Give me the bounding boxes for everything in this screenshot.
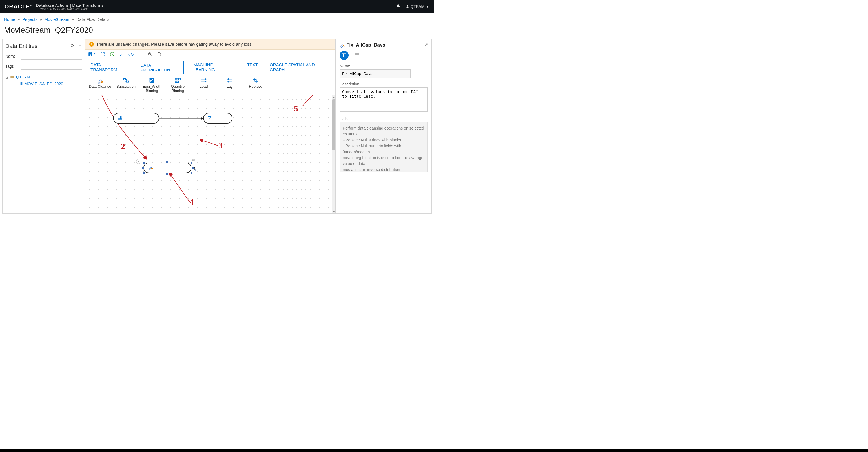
replace-icon <box>243 77 269 84</box>
svg-line-31 <box>201 140 218 146</box>
resize-handle[interactable] <box>166 161 168 163</box>
svg-line-35 <box>302 95 321 106</box>
lead-icon <box>191 77 217 84</box>
comp-label: Data Cleanse <box>87 84 113 89</box>
filter-node[interactable] <box>203 113 232 123</box>
zoom-in-icon[interactable] <box>148 52 152 57</box>
annotation-4: 4 <box>190 197 194 206</box>
component-quantile[interactable]: Quantile Binning <box>165 77 191 93</box>
warning-text: There are unsaved changes. Please save b… <box>96 42 251 47</box>
svg-rect-37 <box>118 116 122 119</box>
scroll-up-icon[interactable]: ▴ <box>332 95 335 98</box>
component-data-cleanse[interactable]: Data Cleanse <box>87 77 113 93</box>
resize-handle[interactable] <box>166 173 168 175</box>
data-entities-title: Data Entities <box>5 43 37 49</box>
product-title-block: Database Actions | Data Transforms Power… <box>36 3 103 10</box>
breadcrumb-current: Data Flow Details <box>76 17 110 22</box>
component-lead[interactable]: Lead <box>191 77 217 93</box>
annotation-5: 5 <box>294 104 298 113</box>
comp-label: Lag <box>217 84 243 89</box>
dataflow-canvas[interactable]: × ▦ ↘ 1 2 3 4 5 ▴ ▾ <box>85 95 335 213</box>
properties-panel: ⤢ Fix_AllCap_Days Name Description Help … <box>336 39 431 213</box>
tab-spatial-graph[interactable]: ORACLE SPATIAL AND GRAPH <box>268 61 333 74</box>
name-filter-input[interactable] <box>21 53 82 59</box>
resize-handle[interactable] <box>143 162 145 164</box>
tree-root[interactable]: ◢ QTEAM <box>5 74 82 80</box>
data-cleanse-icon <box>87 77 113 84</box>
tree-root-label[interactable]: QTEAM <box>16 75 30 79</box>
notifications-icon[interactable] <box>396 4 400 9</box>
svg-rect-21 <box>177 79 179 80</box>
component-equi-width[interactable]: Equi_Width Binning <box>139 77 165 93</box>
svg-rect-17 <box>124 79 126 80</box>
tab-machine-learning[interactable]: MACHINE LEARNING <box>191 61 237 74</box>
app-header: ORACLE® Database Actions | Data Transfor… <box>0 0 434 13</box>
warning-icon: ! <box>89 42 94 47</box>
svg-marker-30 <box>143 155 147 160</box>
substitution-icon <box>113 77 139 84</box>
tree-item[interactable]: MOVIE_SALES_2020 <box>5 80 82 87</box>
resize-handle[interactable] <box>143 172 145 174</box>
delete-node-icon[interactable]: × <box>136 159 141 164</box>
scroll-down-icon[interactable]: ▾ <box>332 210 335 213</box>
code-icon[interactable]: </> <box>128 52 134 57</box>
lag-icon <box>217 77 243 84</box>
breadcrumb-projects[interactable]: Projects <box>22 17 37 22</box>
comp-label: Equi_Width Binning <box>139 84 165 93</box>
prop-desc-input[interactable] <box>340 87 428 112</box>
svg-line-14 <box>160 55 161 56</box>
resize-handle[interactable] <box>190 172 192 174</box>
comp-label: Lead <box>191 84 217 89</box>
svg-rect-7 <box>90 54 92 56</box>
resize-handle[interactable] <box>190 162 192 164</box>
breadcrumb-moviestream[interactable]: MovieStream <box>44 17 69 22</box>
scroll-thumb[interactable] <box>332 99 335 150</box>
tree-caret-icon[interactable]: ◢ <box>5 75 10 79</box>
svg-rect-1 <box>19 82 23 85</box>
run-icon[interactable] <box>110 52 115 57</box>
entity-tree: ◢ QTEAM MOVIE_SALES_2020 <box>5 74 82 87</box>
refresh-icon[interactable]: ⟳ <box>71 43 74 48</box>
component-lag[interactable]: Lag <box>217 77 243 93</box>
help-text: Perform data cleansing operations on sel… <box>340 122 428 172</box>
component-substitution[interactable]: Substitution <box>113 77 139 93</box>
svg-rect-24 <box>177 81 179 83</box>
resize-handle[interactable] <box>192 167 194 169</box>
breadcrumb-home[interactable]: Home <box>4 17 15 22</box>
svg-rect-23 <box>175 81 177 83</box>
component-replace[interactable]: Replace <box>243 77 269 93</box>
tab-data-preparation[interactable]: DATA PREPARATION <box>138 61 184 74</box>
equi-width-icon <box>139 77 165 84</box>
comp-label: Substitution <box>113 84 139 89</box>
source-node[interactable] <box>113 113 159 123</box>
tab-data-transform[interactable]: DATA TRANSFORM <box>88 61 130 74</box>
tree-item-label[interactable]: MOVIE_SALES_2020 <box>25 82 63 86</box>
editor-toolbar: * ✓ </> <box>85 50 335 59</box>
tags-filter-input[interactable] <box>21 63 82 70</box>
page-title: MovieStream_Q2FY2020 <box>0 23 434 39</box>
tab-text[interactable]: TEXT <box>245 61 260 74</box>
svg-point-43 <box>343 46 344 47</box>
connector-out-icon[interactable]: ↘ <box>194 167 197 172</box>
expand-panel-icon[interactable]: ⤢ <box>425 42 428 47</box>
attributes-icon[interactable]: ▦ <box>192 158 195 162</box>
canvas-scrollbar[interactable]: ▴ ▾ <box>332 95 335 213</box>
data-cleanse-icon <box>148 165 153 171</box>
main-content: Data Entities ⟳ ＋ Name Tags ◢ QTEAM MOVI… <box>2 39 432 214</box>
zoom-out-icon[interactable] <box>157 52 162 57</box>
data-cleanse-node[interactable] <box>144 163 191 173</box>
prop-name-input[interactable] <box>340 69 411 78</box>
name-filter-label: Name <box>5 54 21 58</box>
resize-handle[interactable] <box>142 167 144 169</box>
tab-general-icon[interactable] <box>340 51 349 60</box>
expand-icon[interactable] <box>100 52 105 57</box>
add-icon[interactable]: ＋ <box>78 43 82 48</box>
tab-attributes-icon[interactable] <box>352 51 362 60</box>
svg-point-0 <box>407 5 408 7</box>
save-icon[interactable] <box>88 52 93 57</box>
validate-icon[interactable]: ✓ <box>120 52 123 57</box>
prop-desc-label: Description <box>340 82 428 86</box>
data-cleanse-icon <box>340 43 345 48</box>
quantile-icon <box>165 77 191 84</box>
user-menu[interactable]: QTEAM ▼ <box>406 4 430 9</box>
